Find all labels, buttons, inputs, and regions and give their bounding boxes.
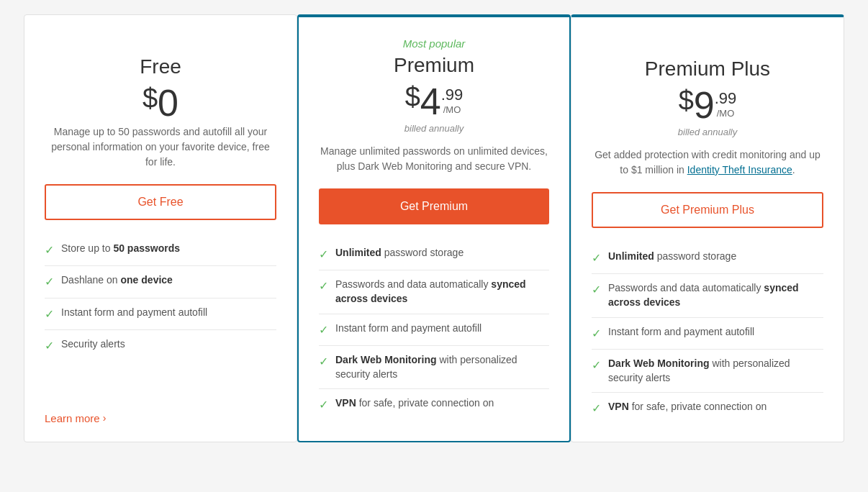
- feature-text: Instant form and payment autofill: [608, 325, 754, 340]
- feature-item: ✓ Instant form and payment autofill: [592, 318, 823, 350]
- price-mo-plus: /MO: [715, 108, 737, 119]
- plan-name-free: Free: [45, 55, 276, 78]
- price-cents-plus: .99: [715, 89, 737, 108]
- feature-item: ✓ Unlimited password storage: [592, 242, 823, 274]
- billed-annually-plus: billed annually: [592, 127, 823, 137]
- plan-card-premium: Most popular Premium $ 4 .99 /MO billed …: [297, 14, 571, 442]
- plan-price-premium-plus: $ 9 .99 /MO: [592, 86, 823, 124]
- price-symbol-free: $: [143, 84, 158, 111]
- feature-item: ✓ VPN for safe, private connection on: [592, 393, 823, 424]
- feature-text: Security alerts: [61, 337, 125, 352]
- identity-theft-link[interactable]: Identity Theft Insurance: [687, 164, 792, 176]
- price-main-plus: 9: [694, 86, 715, 124]
- feature-item: ✓ Dark Web Monitoring with personalized …: [592, 350, 823, 393]
- price-cents-mo-plus: .99 /MO: [715, 86, 737, 119]
- feature-text: Unlimited password storage: [335, 246, 464, 260]
- check-icon: ✓: [592, 282, 601, 298]
- price-main-premium: 4: [420, 83, 441, 120]
- get-free-button[interactable]: Get Free: [45, 184, 276, 220]
- price-symbol-plus: $: [679, 86, 694, 114]
- feature-item: ✓ Dashlane on one device: [45, 266, 276, 298]
- check-icon: ✓: [592, 326, 601, 342]
- features-list-premium-plus: ✓ Unlimited password storage ✓ Passwords…: [592, 242, 823, 424]
- price-cents-mo-premium: .99 /MO: [441, 83, 464, 115]
- feature-text: Passwords and data automatically synced …: [335, 278, 549, 306]
- popular-spacer: [45, 35, 276, 55]
- feature-text: Dashlane on one device: [61, 273, 173, 288]
- check-icon: ✓: [319, 397, 328, 413]
- feature-item: ✓ Dark Web Monitoring with personalized …: [319, 346, 549, 389]
- check-icon: ✓: [45, 242, 54, 258]
- feature-item: ✓ Instant form and payment autofill: [45, 299, 276, 330]
- learn-more-text: Learn more: [45, 412, 100, 424]
- plan-name-premium-plus: Premium Plus: [592, 58, 823, 81]
- price-symbol-premium: $: [405, 83, 420, 110]
- check-icon: ✓: [45, 306, 54, 322]
- feature-item: ✓ Store up to 50 passwords: [45, 234, 276, 266]
- check-icon: ✓: [319, 247, 328, 263]
- get-premium-button[interactable]: Get Premium: [319, 188, 549, 224]
- check-icon: ✓: [592, 357, 601, 373]
- plan-description-premium: Manage unlimited passwords on unlimited …: [319, 144, 549, 174]
- feature-item: ✓ Passwords and data automatically synce…: [592, 274, 823, 317]
- price-main-free: 0: [158, 84, 178, 122]
- plan-card-free: Free $ 0 Manage up to 50 passwords and a…: [24, 14, 297, 442]
- feature-item: ✓ VPN for safe, private connection on: [319, 389, 549, 420]
- features-list-premium: ✓ Unlimited password storage ✓ Passwords…: [319, 239, 549, 424]
- features-list-free: ✓ Store up to 50 passwords ✓ Dashlane on…: [45, 234, 276, 401]
- check-icon: ✓: [319, 354, 328, 370]
- plan-card-premium-plus: Premium Plus $ 9 .99 /MO billed annually…: [571, 14, 844, 442]
- most-popular-label: Most popular: [319, 37, 549, 50]
- feature-text: VPN for safe, private connection on: [608, 400, 767, 414]
- check-icon: ✓: [592, 401, 601, 416]
- plan-price-premium: $ 4 .99 /MO: [319, 83, 549, 120]
- feature-text: Instant form and payment autofill: [61, 306, 207, 320]
- plan-name-premium: Premium: [319, 54, 549, 77]
- get-premium-plus-button[interactable]: Get Premium Plus: [592, 192, 823, 228]
- feature-text: Dark Web Monitoring with personalized se…: [608, 357, 823, 385]
- feature-text: Passwords and data automatically synced …: [608, 281, 823, 309]
- check-icon: ✓: [45, 338, 54, 354]
- check-icon: ✓: [592, 250, 601, 266]
- billed-annually-premium: billed annually: [319, 123, 549, 134]
- feature-text: Store up to 50 passwords: [61, 242, 180, 256]
- plan-description-free: Manage up to 50 passwords and autofill a…: [45, 124, 276, 170]
- feature-text: Dark Web Monitoring with personalized se…: [335, 353, 549, 381]
- feature-item: ✓ Security alerts: [45, 330, 276, 361]
- feature-text: Unlimited password storage: [608, 250, 736, 264]
- pricing-container: Free $ 0 Manage up to 50 passwords and a…: [0, 14, 868, 442]
- feature-item: ✓ Passwords and data automatically synce…: [319, 270, 549, 314]
- learn-more-chevron: ›: [103, 412, 107, 424]
- feature-item: ✓ Instant form and payment autofill: [319, 314, 549, 346]
- feature-text: VPN for safe, private connection on: [335, 396, 494, 411]
- price-mo-premium: /MO: [441, 104, 464, 115]
- price-cents-premium: .99: [441, 86, 464, 104]
- learn-more-link[interactable]: Learn more ›: [45, 412, 276, 424]
- check-icon: ✓: [319, 322, 328, 338]
- feature-item: ✓ Unlimited password storage: [319, 239, 549, 270]
- feature-text: Instant form and payment autofill: [335, 322, 482, 336]
- plan-description-plus: Get added protection with credit monitor…: [592, 147, 823, 178]
- popular-spacer-plus: [592, 37, 823, 58]
- plan-price-free: $ 0: [45, 84, 276, 122]
- check-icon: ✓: [319, 278, 328, 294]
- check-icon: ✓: [45, 274, 54, 290]
